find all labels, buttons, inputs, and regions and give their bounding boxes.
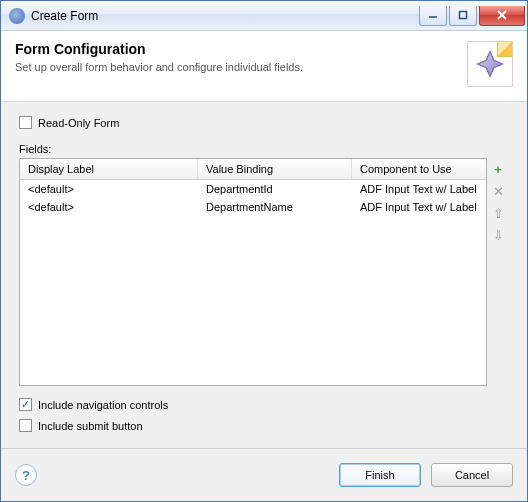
submit-label: Include submit button bbox=[38, 420, 143, 432]
table-header: Display Label Value Binding Component to… bbox=[20, 159, 486, 180]
help-icon[interactable]: ? bbox=[15, 464, 37, 486]
table-row[interactable]: <default> DepartmentName ADF Input Text … bbox=[20, 198, 486, 216]
close-button[interactable] bbox=[479, 6, 525, 26]
move-down-icon[interactable]: ⇩ bbox=[489, 226, 507, 244]
readonly-checkbox-row[interactable]: Read-Only Form bbox=[19, 116, 509, 129]
finish-button[interactable]: Finish bbox=[339, 463, 421, 487]
nav-label: Include navigation controls bbox=[38, 399, 168, 411]
nav-checkbox-row[interactable]: Include navigation controls bbox=[19, 398, 509, 411]
col-display-label[interactable]: Display Label bbox=[20, 159, 198, 179]
add-icon[interactable]: + bbox=[489, 160, 507, 178]
table-side-buttons: + ✕ ⇧ ⇩ bbox=[487, 158, 509, 386]
cell-binding: DepartmentId bbox=[198, 180, 352, 198]
wizard-banner-icon bbox=[467, 41, 513, 87]
cell-binding: DepartmentName bbox=[198, 198, 352, 216]
readonly-checkbox[interactable] bbox=[19, 116, 32, 129]
nav-checkbox[interactable] bbox=[19, 398, 32, 411]
cancel-button[interactable]: Cancel bbox=[431, 463, 513, 487]
dialog-window: Create Form Form Configuration Set up ov… bbox=[0, 0, 528, 502]
fields-table[interactable]: Display Label Value Binding Component to… bbox=[19, 158, 487, 386]
remove-icon[interactable]: ✕ bbox=[489, 182, 507, 200]
cell-component: ADF Input Text w/ Label bbox=[352, 180, 486, 198]
cell-label: <default> bbox=[20, 180, 198, 198]
table-row[interactable]: <default> DepartmentId ADF Input Text w/… bbox=[20, 180, 486, 198]
maximize-button[interactable] bbox=[449, 6, 477, 26]
header-subtitle: Set up overall form behavior and configu… bbox=[15, 61, 467, 73]
fields-table-wrap: Display Label Value Binding Component to… bbox=[19, 158, 509, 386]
fields-label: Fields: bbox=[19, 143, 509, 155]
minimize-button[interactable] bbox=[419, 6, 447, 26]
dialog-body: Read-Only Form Fields: Display Label Val… bbox=[1, 102, 527, 448]
titlebar[interactable]: Create Form bbox=[1, 1, 527, 31]
readonly-label: Read-Only Form bbox=[38, 117, 119, 129]
svg-marker-4 bbox=[478, 52, 503, 77]
window-buttons bbox=[417, 6, 525, 26]
cell-label: <default> bbox=[20, 198, 198, 216]
dialog-footer: ? Finish Cancel bbox=[1, 449, 527, 501]
header-title: Form Configuration bbox=[15, 41, 467, 57]
cell-component: ADF Input Text w/ Label bbox=[352, 198, 486, 216]
submit-checkbox[interactable] bbox=[19, 419, 32, 432]
col-value-binding[interactable]: Value Binding bbox=[198, 159, 352, 179]
move-up-icon[interactable]: ⇧ bbox=[489, 204, 507, 222]
svg-rect-1 bbox=[460, 12, 467, 19]
dialog-header: Form Configuration Set up overall form b… bbox=[1, 31, 527, 102]
col-component[interactable]: Component to Use bbox=[352, 159, 486, 179]
app-icon bbox=[9, 8, 25, 24]
table-body: <default> DepartmentId ADF Input Text w/… bbox=[20, 180, 486, 385]
window-title: Create Form bbox=[31, 9, 417, 23]
submit-checkbox-row[interactable]: Include submit button bbox=[19, 419, 509, 432]
